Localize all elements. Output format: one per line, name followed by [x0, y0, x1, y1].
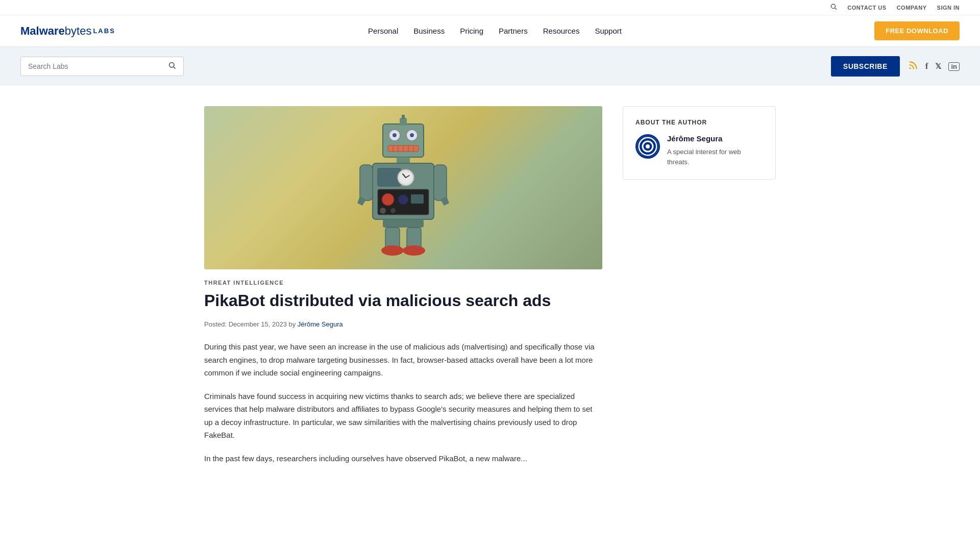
page-content: THREAT INTELLIGENCE PikaBot distributed …: [184, 86, 796, 495]
svg-rect-35: [383, 219, 424, 228]
svg-rect-20: [397, 157, 410, 163]
article-main: THREAT INTELLIGENCE PikaBot distributed …: [204, 106, 602, 475]
nav-partners[interactable]: Partners: [499, 27, 528, 35]
search-section: SUBSCRIBE f 𝕏 in: [0, 47, 980, 86]
nav-business[interactable]: Business: [413, 27, 445, 35]
facebook-icon[interactable]: f: [925, 61, 928, 71]
svg-line-1: [835, 8, 837, 10]
svg-line-3: [174, 67, 176, 69]
author-card: ABOUT THE AUTHOR Jérôme Segura A special…: [623, 106, 776, 180]
svg-point-0: [831, 4, 836, 8]
social-icons: f 𝕏 in: [908, 60, 960, 73]
sign-in-link[interactable]: SIGN IN: [937, 5, 960, 11]
logo-malwarebytes: Malware: [20, 24, 65, 38]
svg-rect-33: [360, 165, 373, 201]
svg-rect-30: [411, 194, 424, 204]
posted-text: Posted: December 15, 2023 by: [204, 320, 296, 328]
nav-resources[interactable]: Resources: [543, 27, 580, 35]
svg-point-2: [169, 63, 174, 67]
company-link[interactable]: COMPANY: [897, 5, 927, 11]
nav-support[interactable]: Support: [595, 27, 622, 35]
search-bar-wrapper: [20, 57, 184, 76]
svg-rect-22: [378, 168, 401, 186]
article-title: PikaBot distributed via malicious search…: [204, 291, 602, 310]
linkedin-icon[interactable]: in: [948, 62, 960, 71]
svg-point-10: [393, 133, 397, 137]
main-nav: MalwarebytesLABS Personal Business Prici…: [0, 15, 980, 47]
author-bio: A special interest for web threats.: [667, 147, 763, 167]
author-info: Jérôme Segura A special interest for web…: [635, 134, 763, 167]
search-input[interactable]: [28, 62, 164, 70]
contact-us-link[interactable]: CONTACT US: [847, 5, 886, 11]
social-subscribe: SUBSCRIBE f 𝕏 in: [831, 56, 960, 77]
author-avatar: [635, 134, 660, 159]
subscribe-button[interactable]: SUBSCRIBE: [831, 56, 900, 77]
top-bar: CONTACT US COMPANY SIGN IN: [0, 0, 980, 15]
body-paragraph-3: In the past few days, researchers includ…: [204, 452, 602, 465]
free-download-button[interactable]: FREE DOWNLOAD: [874, 21, 960, 40]
sidebar: ABOUT THE AUTHOR Jérôme Segura A special…: [623, 106, 776, 180]
svg-point-32: [390, 208, 396, 213]
svg-point-28: [382, 193, 394, 206]
svg-rect-34: [434, 165, 447, 201]
topbar-search-icon[interactable]: [830, 3, 837, 12]
logo-mark: MalwarebytesLABS: [20, 24, 115, 38]
svg-point-39: [403, 245, 425, 256]
search-icon[interactable]: [168, 61, 176, 71]
author-section-title: ABOUT THE AUTHOR: [635, 119, 763, 126]
svg-rect-5: [383, 124, 424, 157]
article-category: THREAT INTELLIGENCE: [204, 280, 602, 286]
svg-point-29: [398, 194, 408, 205]
article-body: During this past year, we have seen an i…: [204, 340, 602, 465]
author-name: Jérôme Segura: [667, 134, 763, 143]
hero-image: [204, 106, 602, 269]
body-paragraph-2: Criminals have found success in acquirin…: [204, 390, 602, 442]
svg-point-4: [909, 67, 911, 69]
author-link[interactable]: Jérôme Segura: [298, 320, 343, 328]
svg-point-43: [646, 144, 650, 148]
robot-svg: [355, 114, 452, 262]
nav-pricing[interactable]: Pricing: [460, 27, 483, 35]
svg-rect-6: [400, 118, 407, 126]
svg-point-31: [380, 208, 386, 214]
svg-point-13: [410, 133, 414, 137]
nav-personal[interactable]: Personal: [368, 27, 398, 35]
article-meta: Posted: December 15, 2023 by Jérôme Segu…: [204, 320, 602, 328]
logo-labs: LABS: [93, 27, 115, 35]
logo[interactable]: MalwarebytesLABS: [20, 24, 115, 38]
logo-bytes: bytes: [65, 24, 92, 38]
body-paragraph-1: During this past year, we have seen an i…: [204, 340, 602, 380]
author-details: Jérôme Segura A special interest for web…: [667, 134, 763, 167]
twitter-icon[interactable]: 𝕏: [935, 62, 941, 71]
svg-point-38: [381, 245, 404, 256]
rss-icon[interactable]: [908, 60, 918, 73]
nav-links: Personal Business Pricing Partners Resou…: [368, 27, 622, 36]
svg-rect-7: [402, 115, 405, 119]
